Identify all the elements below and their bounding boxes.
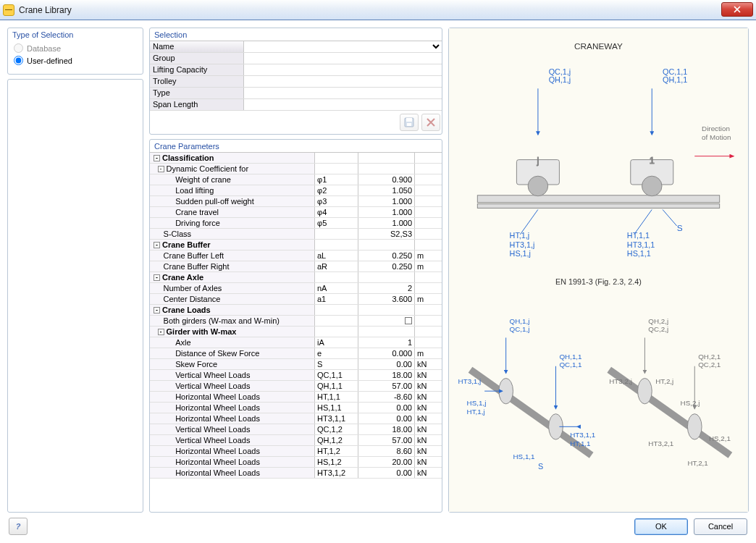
svg-text:QC,2,j: QC,2,j [648, 325, 668, 333]
svg-text:HT,1,j: HT,1,j [510, 231, 530, 240]
close-button[interactable] [721, 2, 753, 17]
expand-icon[interactable]: - [154, 307, 160, 313]
radio-user-defined[interactable]: User-defined [14, 56, 137, 65]
sel-lifting-value[interactable] [244, 64, 442, 75]
save-button[interactable] [400, 114, 419, 131]
sel-lifting-label: Lifting Capacity [150, 64, 244, 75]
save-icon [404, 117, 414, 127]
crane-parameters-grid: -Classification -Dynamic Coefficient for… [150, 152, 442, 479]
svg-text:HT,1,1: HT,1,1 [570, 439, 590, 447]
param-row: Crane Buffer LeftaL0.250m [150, 251, 442, 261]
param-row: Distance of Skew Forcee0.000m [150, 348, 442, 359]
param-row: Horizontal Wheel LoadsHS,1,10.00kN [150, 403, 442, 413]
svg-text:HT,2,j: HT,2,j [655, 377, 673, 385]
expand-icon[interactable]: - [154, 274, 160, 281]
param-row: Sudden pull-off weightφ31.000 [150, 196, 442, 207]
svg-text:QC,2,1: QC,2,1 [698, 361, 721, 369]
sel-trolley-label: Trolley [150, 76, 244, 87]
param-row: Weight of craneφ10.900 [150, 174, 442, 185]
param-row: S-ClassS2,S3 [150, 229, 442, 240]
param-row: Horizontal Wheel LoadsHT3,1,10.00kN [150, 413, 442, 424]
svg-text:QH,1,j: QH,1,j [510, 317, 530, 325]
svg-text:HS,1,j: HS,1,j [510, 249, 531, 258]
svg-text:HT3,2,j: HT3,2,j [609, 377, 632, 385]
param-row: Horizontal Wheel LoadsHS,1,220.00kN [150, 457, 442, 468]
svg-text:HS,1,1: HS,1,1 [627, 249, 651, 258]
svg-text:HS,1,1: HS,1,1 [513, 452, 535, 460]
param-row: Crane Buffer RightaR0.250m [150, 261, 442, 272]
svg-text:QC,1,1: QC,1,1 [559, 361, 581, 369]
param-row: Skew ForceS0.00kN [150, 359, 442, 370]
titlebar: Crane Library [0, 0, 756, 20]
param-row: Vertical Wheel LoadsQH,1,157.00kN [150, 381, 442, 392]
param-row: Horizontal Wheel LoadsHT,1,1-8.60kN [150, 392, 442, 403]
sel-trolley-value[interactable] [244, 76, 442, 87]
svg-text:HT3,2,1: HT3,2,1 [648, 439, 673, 447]
svg-line-30 [663, 209, 677, 226]
sel-group-label: Group [150, 53, 244, 64]
svg-text:QH,2,1: QH,2,1 [698, 353, 721, 361]
svg-text:HT3,1,1: HT3,1,1 [627, 240, 655, 249]
expand-icon[interactable]: - [158, 166, 164, 172]
crane-parameters-panel: Crane Parameters -Classification -Dynami… [149, 139, 442, 513]
param-row: Load liftingφ21.050 [150, 185, 442, 196]
svg-text:HT3,1,1: HT3,1,1 [570, 431, 595, 439]
ok-button[interactable]: OK [634, 518, 688, 535]
param-row: Vertical Wheel LoadsQH,1,257.00kN [150, 435, 442, 446]
delete-button[interactable] [421, 114, 440, 131]
expand-icon[interactable]: - [158, 329, 164, 335]
svg-text:S: S [677, 223, 683, 233]
svg-text:j: j [536, 155, 539, 166]
param-row: Vertical Wheel LoadsQC,1,118.00kN [150, 370, 442, 381]
window-title: Crane Library [19, 5, 72, 15]
help-button[interactable]: ? [9, 518, 28, 535]
svg-text:EN 1991-3 (Fig. 2.3, 2.4): EN 1991-3 (Fig. 2.3, 2.4) [555, 277, 642, 286]
svg-text:HT3,1,j: HT3,1,j [510, 240, 535, 249]
delete-icon [427, 118, 435, 127]
param-row: AxleiA1 [150, 337, 442, 348]
svg-text:HT,1,1: HT,1,1 [627, 231, 650, 240]
param-row: Center Distancea13.600m [150, 294, 442, 305]
expand-icon[interactable]: - [154, 242, 160, 248]
cancel-button[interactable]: Cancel [694, 518, 747, 535]
sel-group-value[interactable] [244, 53, 442, 64]
sel-type-value[interactable] [244, 88, 442, 98]
param-row: Driving forceφ51.000 [150, 218, 442, 229]
radio-database-input [14, 43, 23, 53]
param-row: Horizontal Wheel LoadsHT3,1,20.00kN [150, 468, 442, 479]
svg-text:QH,1,j: QH,1,j [549, 75, 571, 84]
svg-point-52 [687, 414, 702, 439]
both-girders-checkbox[interactable] [405, 317, 412, 324]
svg-text:QH,2,j: QH,2,j [648, 317, 668, 325]
svg-rect-4 [477, 195, 719, 203]
svg-text:1: 1 [650, 155, 655, 166]
selection-panel: Selection Name Group Lifting Capacity Tr… [149, 28, 442, 135]
selection-grid: Name Group Lifting Capacity Trolley Type… [150, 41, 442, 111]
craneway-diagram: CRANEWAY j 1 [449, 28, 748, 512]
svg-rect-5 [477, 204, 719, 209]
svg-text:of Motion: of Motion [702, 133, 731, 141]
diagram-panel: CRANEWAY j 1 [448, 28, 749, 513]
sel-name-label: Name [150, 41, 244, 52]
param-row: Vertical Wheel LoadsQC,1,218.00kN [150, 424, 442, 435]
sel-span-label: Span Length [150, 99, 244, 110]
sel-name-dropdown[interactable] [244, 41, 442, 52]
radio-database: Database [14, 43, 137, 53]
left-blank-panel [7, 79, 143, 513]
svg-text:S: S [538, 462, 543, 471]
svg-rect-2 [407, 123, 411, 126]
svg-rect-1 [406, 118, 412, 122]
svg-text:QC,1,j: QC,1,j [549, 67, 571, 76]
svg-text:HS,1,j: HS,1,j [467, 399, 487, 407]
svg-text:HT,1,j: HT,1,j [467, 408, 485, 416]
svg-text:HT,2,1: HT,2,1 [687, 459, 707, 467]
svg-point-7 [528, 176, 548, 196]
close-icon [734, 6, 741, 13]
type-of-selection-panel: Type of Selection Database User-defined [7, 28, 143, 75]
param-row: Number of AxlesnA2 [150, 283, 442, 294]
svg-point-10 [642, 176, 662, 196]
sel-span-value[interactable] [244, 99, 442, 110]
param-row: Horizontal Wheel LoadsHT,1,28.60kN [150, 446, 442, 457]
expand-icon[interactable]: - [154, 155, 160, 161]
radio-user-defined-input[interactable] [14, 56, 23, 65]
